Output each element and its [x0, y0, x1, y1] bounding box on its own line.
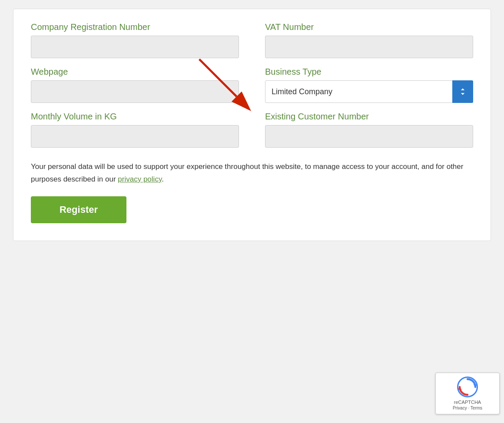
recaptcha-label: reCAPTCHA — [454, 399, 481, 406]
recaptcha-icon — [457, 377, 478, 397]
monthly-volume-group: Monthly Volume in KG — [31, 112, 239, 148]
company-reg-group: Company Registration Number — [31, 22, 239, 58]
recaptcha-badge: reCAPTCHA Privacy · Terms — [435, 373, 500, 414]
privacy-text-after: . — [162, 175, 164, 183]
webpage-input[interactable] — [31, 80, 239, 103]
business-type-select-wrapper: Limited Company Sole Trader Partnership … — [265, 80, 473, 103]
existing-customer-label: Existing Customer Number — [265, 112, 473, 122]
existing-customer-group: Existing Customer Number — [265, 112, 473, 148]
recaptcha-terms-link[interactable]: Terms — [471, 406, 482, 410]
webpage-group: Webpage — [31, 67, 239, 103]
company-reg-label: Company Registration Number — [31, 22, 239, 32]
privacy-text-block: Your personal data will be used to suppo… — [31, 161, 473, 186]
business-type-label: Business Type — [265, 67, 473, 77]
vat-group: VAT Number — [265, 22, 473, 58]
register-button[interactable]: Register — [31, 196, 126, 223]
webpage-label: Webpage — [31, 67, 239, 77]
vat-label: VAT Number — [265, 22, 473, 32]
recaptcha-links: Privacy · Terms — [453, 406, 482, 410]
vat-input[interactable] — [265, 36, 473, 58]
privacy-text-before: Your personal data will be used to suppo… — [31, 162, 463, 183]
company-reg-input[interactable] — [31, 36, 239, 58]
business-type-group: Business Type Limited Company Sole Trade… — [265, 67, 473, 103]
monthly-volume-input[interactable] — [31, 125, 239, 148]
registration-form-card: Company Registration Number VAT Number W… — [13, 9, 491, 241]
monthly-volume-label: Monthly Volume in KG — [31, 112, 239, 122]
recaptcha-privacy-link[interactable]: Privacy — [453, 406, 467, 410]
business-type-select[interactable]: Limited Company Sole Trader Partnership … — [265, 80, 473, 103]
form-grid: Company Registration Number VAT Number W… — [31, 22, 473, 156]
existing-customer-input[interactable] — [265, 125, 473, 148]
privacy-policy-link[interactable]: privacy policy — [118, 175, 162, 183]
